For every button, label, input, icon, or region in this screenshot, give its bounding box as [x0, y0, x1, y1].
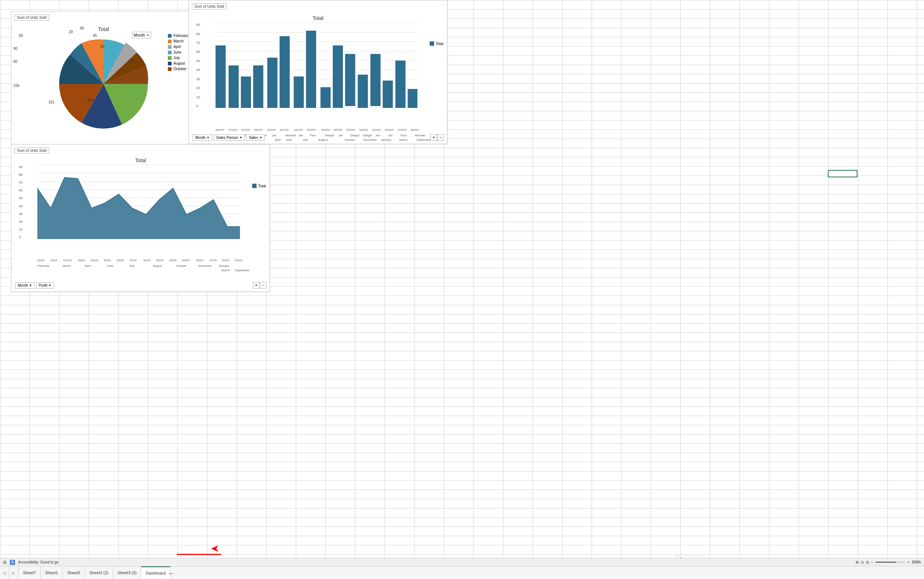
tab-dashboard[interactable]: Dashboard — [141, 566, 170, 579]
pie-chart-title: Total — [11, 23, 196, 32]
bar-chart-legend: Total — [430, 41, 443, 46]
pie-svg — [56, 36, 152, 132]
svg-rect-2 — [241, 77, 251, 108]
svg-rect-3 — [253, 65, 263, 108]
area-minus-btn[interactable]: − — [260, 282, 267, 289]
pie-legend-label-july: July — [174, 56, 180, 60]
area-filter-month[interactable]: Month ▼ — [15, 282, 35, 289]
pie-legend-color-october — [168, 67, 172, 71]
area-chart-title: Total — [11, 155, 270, 163]
tab-sheet3-2[interactable]: Sheet3 (2) — [85, 566, 113, 579]
pie-legend-item-june: June — [168, 50, 188, 54]
bar-legend-color — [430, 41, 434, 46]
pie-legend-label-october: October — [174, 67, 187, 71]
svg-marker-16 — [37, 177, 240, 239]
bar-legend-label: Total — [436, 42, 443, 46]
svg-rect-10 — [345, 54, 355, 106]
bar-label-tag: Sum of Units Sold — [192, 3, 227, 10]
pie-value-109: 109 — [87, 98, 93, 102]
bar-chart-svg — [215, 23, 418, 108]
bar-filter-salesperson[interactable]: Sales Person ▼ — [214, 134, 245, 141]
page-break-icon[interactable]: ⊟ — [866, 560, 869, 564]
svg-rect-12 — [370, 54, 380, 106]
pie-legend-item-august: August — [168, 61, 188, 65]
pie-legend-color-july — [168, 56, 172, 60]
pie-legend: February March April June July August Oc… — [168, 34, 188, 71]
area-filter-bar: Month ▼ Profit ▼ — [15, 282, 54, 289]
tab-sheet3[interactable]: Sheet3 — [63, 566, 85, 579]
pie-legend-color-april — [168, 45, 172, 49]
pie-value-80: 80 — [19, 34, 23, 38]
grid-view-icon[interactable]: ⊞ — [855, 560, 858, 564]
pie-legend-color-february — [168, 34, 172, 38]
footer-icons: ⊞ ⊡ ⊟ − + 100% — [855, 560, 921, 564]
sheet-nav-left[interactable]: ◁ — [0, 566, 9, 579]
pie-legend-item-march: March — [168, 39, 188, 43]
bar-chart-panel: Sum of Units Sold Total 0 10 20 30 40 50… — [188, 0, 447, 144]
svg-rect-14 — [395, 61, 405, 108]
tab-arrow-indicator: ← — [167, 569, 175, 577]
svg-rect-13 — [383, 80, 393, 108]
area-legend-label: Total — [258, 184, 266, 188]
pie-legend-item-july: July — [168, 56, 188, 60]
bar-chart-title: Total — [189, 13, 447, 21]
pie-value-90: 90 — [13, 47, 17, 51]
pie-legend-label-june: June — [174, 50, 182, 54]
svg-rect-1 — [228, 65, 239, 108]
bar-filter-month[interactable]: Month ▼ — [193, 134, 212, 141]
svg-rect-7 — [306, 31, 316, 108]
bar-chart-area: 0 10 20 30 40 50 60 70 80 90 — [215, 23, 418, 108]
pie-month-dropdown[interactable]: Month ▼ — [132, 32, 152, 38]
pie-dropdown-arrow-icon: ▼ — [146, 34, 149, 37]
pie-value-35: 35 — [100, 45, 104, 49]
tab-sheet3-3[interactable]: Sheet3 (3) — [113, 566, 141, 579]
svg-rect-15 — [408, 89, 418, 108]
pie-legend-color-march — [168, 39, 172, 43]
page-layout-icon[interactable]: ⊡ — [861, 560, 864, 564]
area-filter-profit[interactable]: Profit ▼ — [36, 282, 54, 289]
bar-plus-minus: + − — [430, 134, 444, 141]
tab-sheet7[interactable]: Sheet7 — [18, 566, 41, 579]
pie-value-66: 66 — [80, 26, 84, 30]
pie-dropdown-label: Month — [134, 33, 145, 37]
cell-icon: ⊟ — [3, 560, 7, 565]
dashboard-arrow-icon: ➤ — [211, 543, 219, 555]
area-chart-legend: Total — [252, 184, 266, 188]
zoom-slider-fill — [876, 562, 896, 563]
svg-rect-11 — [358, 75, 368, 108]
svg-rect-6 — [293, 77, 303, 108]
pie-legend-label-february: February — [174, 34, 188, 38]
zoom-slider[interactable] — [876, 562, 905, 563]
footer-status-bar: ⊟ ♿ Accessibility: Good to go ⊞ ⊡ ⊟ − + … — [0, 558, 924, 566]
pie-legend-item-february: February — [168, 34, 188, 38]
area-plus-minus: + − — [253, 282, 267, 289]
svg-rect-5 — [280, 36, 290, 108]
pie-legend-label-march: March — [174, 39, 184, 43]
accessibility-text: Accessibility: Good to go — [18, 560, 59, 564]
pie-value-45: 45 — [93, 34, 97, 38]
pie-label-tag: Sum of Units Sold — [15, 15, 49, 21]
pie-value-156: 156 — [13, 83, 20, 88]
area-plus-btn[interactable]: + — [253, 282, 260, 289]
zoom-in-icon[interactable]: + — [908, 560, 909, 564]
zoom-out-icon[interactable]: − — [871, 560, 873, 564]
bar-plus-btn[interactable]: + — [430, 134, 437, 141]
pie-value-20: 20 — [69, 30, 73, 34]
pie-legend-label-august: August — [174, 61, 185, 65]
area-y-axis: 0 10 20 30 40 50 60 70 80 90 — [19, 165, 23, 239]
bar-filter-sales[interactable]: Sales ▼ — [246, 134, 265, 141]
tab-sheet1[interactable]: Sheet1 — [41, 566, 63, 579]
area-chart-panel: Sum of Units Sold Total 0 10 20 30 40 50… — [11, 144, 270, 292]
sheet-tab-bar: ◁ ▷ Sheet7 Sheet1 Sheet3 Sheet3 (2) Shee… — [0, 566, 924, 579]
area-chart-area: 0 10 20 30 40 50 60 70 80 90 — [37, 165, 240, 239]
bar-filter-bar: Month ▼ Sales Person ▼ Sales ▼ — [193, 134, 265, 141]
sheet-nav-right[interactable]: ▷ — [9, 566, 18, 579]
pie-chart-panel: Sum of Units Sold Total Month ▼ — [11, 11, 196, 148]
pie-value-176: 176 — [128, 59, 134, 64]
pie-value-60: 60 — [13, 59, 17, 64]
area-label-tag: Sum of Units Sold — [15, 147, 49, 154]
svg-rect-4 — [267, 58, 277, 108]
svg-rect-9 — [333, 46, 343, 108]
bar-minus-btn[interactable]: − — [437, 134, 444, 141]
area-chart-svg — [37, 165, 240, 239]
